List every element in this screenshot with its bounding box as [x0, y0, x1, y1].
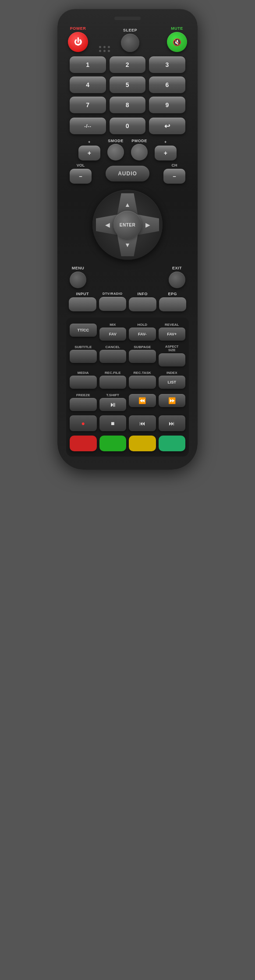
dots-area	[99, 46, 110, 52]
num-9-button[interactable]: 9	[149, 97, 185, 113]
num-1-button[interactable]: 1	[70, 56, 106, 73]
green-button[interactable]	[99, 436, 127, 451]
subpage-button[interactable]	[129, 350, 156, 363]
recfile-group: REC.FILE	[99, 371, 127, 389]
menu-group: MENU	[70, 266, 86, 288]
dot	[99, 50, 101, 52]
num-8-button[interactable]: 8	[110, 97, 146, 113]
tshift-group: T.SHIFT ⏯	[99, 393, 127, 411]
rewind-group: ⏪	[129, 393, 156, 411]
num-4-button[interactable]: 4	[70, 77, 106, 93]
vol-minus-button[interactable]: −	[70, 169, 92, 184]
ffwd-group: ⏩	[159, 393, 186, 411]
mute-icon: 🔇	[173, 38, 181, 46]
dtv-button[interactable]	[99, 297, 127, 311]
epg-button[interactable]	[159, 297, 187, 311]
ttcc-button[interactable]: TT/CC	[70, 324, 97, 337]
num-5-button[interactable]: 5	[110, 77, 146, 93]
menu-button[interactable]	[70, 272, 86, 288]
smode-group: SMODE	[107, 139, 124, 160]
ch-minus-button[interactable]: −	[163, 169, 185, 184]
freeze-group: FREEZE	[70, 393, 97, 411]
ch-plus-group: + +	[155, 140, 177, 160]
favminus-button[interactable]: FAV-	[129, 328, 156, 341]
subpage-label: SUBPAGE	[134, 345, 151, 349]
stop-button[interactable]: ■	[99, 415, 127, 431]
hold-favminus-group: HOLD FAV-	[129, 323, 156, 341]
cancel-button[interactable]	[99, 350, 127, 363]
power-icon: ⏻	[74, 38, 82, 47]
num-6-button[interactable]: 6	[149, 77, 185, 93]
info-button[interactable]	[129, 297, 156, 311]
freeze-row: FREEZE T.SHIFT ⏯ ⏪ ⏩	[70, 393, 185, 411]
input-group: INPUT	[69, 292, 96, 311]
red-button[interactable]	[70, 436, 97, 451]
subpage-group: SUBPAGE	[129, 345, 156, 366]
media-button[interactable]	[70, 376, 97, 389]
rectask-button[interactable]	[129, 376, 156, 389]
vol-plus-group: + +	[78, 140, 100, 160]
num-3-button[interactable]: 3	[149, 56, 185, 73]
replay-button[interactable]: ↩	[149, 118, 185, 134]
subtitle-label: SUBTITLE	[74, 345, 92, 349]
ch-plus-button[interactable]: +	[155, 146, 177, 160]
record-button[interactable]: ●	[70, 415, 97, 431]
index-button[interactable]: LIST	[159, 376, 186, 389]
ffwd-button[interactable]: ⏩	[159, 394, 186, 407]
num-2-button[interactable]: 2	[110, 56, 146, 73]
aspect-size-group: ASPECTSIZE	[159, 345, 186, 366]
tshift-button[interactable]: ⏯	[99, 398, 127, 411]
audio-button[interactable]: AUDIO	[106, 166, 149, 181]
recfile-label: REC.FILE	[105, 371, 120, 375]
power-button[interactable]: ⏻	[68, 32, 88, 52]
ch-label: CH	[172, 163, 177, 167]
remote-control: POWER ⏻ SLEEP MUTE 🔇	[57, 9, 198, 470]
index-list-group: INDEX LIST	[159, 371, 186, 389]
hold-label: HOLD	[137, 323, 147, 327]
bottom-panel: TT/CC MIX FAV HOLD FAV- REVEAL FAV+ SUBT…	[66, 317, 189, 457]
enter-button[interactable]: ENTER	[113, 211, 142, 239]
special-row: -/-- 0 ↩	[66, 118, 189, 134]
exit-group: EXIT	[169, 266, 185, 288]
dot	[103, 50, 106, 52]
subtitle-group: SUBTITLE	[70, 345, 97, 366]
menu-label: MENU	[72, 266, 85, 270]
function-row: INPUT DTV/RADIO INFO EPG	[66, 292, 189, 311]
cancel-label: CANCEL	[106, 345, 120, 349]
smode-button[interactable]	[107, 144, 124, 160]
pmode-button[interactable]	[131, 144, 148, 160]
cancel-group: CANCEL	[99, 345, 127, 366]
vol-plus-button[interactable]: +	[78, 146, 100, 160]
subtitle-button[interactable]	[70, 350, 97, 363]
yellow-button[interactable]	[129, 436, 156, 451]
ch-plus-label: +	[164, 140, 167, 144]
vol-group: VOL −	[70, 163, 92, 184]
sleep-button[interactable]	[121, 34, 139, 52]
color-row	[70, 436, 185, 451]
vol-plus-label: +	[88, 140, 91, 144]
prev-button[interactable]: ⏮	[129, 415, 156, 431]
freeze-button[interactable]	[70, 398, 97, 411]
exit-button[interactable]	[169, 272, 185, 288]
epg-group: EPG	[159, 292, 187, 311]
dot	[99, 46, 101, 48]
input-button[interactable]	[69, 297, 96, 311]
mute-button[interactable]: 🔇	[167, 32, 187, 52]
recfile-button[interactable]	[99, 376, 127, 389]
vol-ch-section: VOL − AUDIO CH −	[66, 163, 189, 184]
top-notch	[114, 17, 141, 20]
tshift-label: T.SHIFT	[106, 393, 119, 397]
aspect-size-button[interactable]	[159, 353, 186, 366]
num-7-button[interactable]: 7	[70, 97, 106, 113]
power-group: POWER ⏻	[68, 26, 88, 52]
media-group: MEDIA	[70, 371, 97, 389]
cyan-button[interactable]	[159, 436, 186, 451]
next-button[interactable]: ⏭	[159, 415, 186, 431]
media-row: MEDIA REC.FILE REC.TASK INDEX LIST	[70, 371, 185, 389]
rewind-button[interactable]: ⏪	[129, 394, 156, 407]
favplus-button[interactable]: FAV+	[159, 328, 186, 341]
num-0-button[interactable]: 0	[110, 118, 146, 134]
dash-button[interactable]: -/--	[70, 118, 106, 134]
epg-label: EPG	[168, 292, 177, 296]
fav-button[interactable]: FAV	[99, 328, 127, 341]
